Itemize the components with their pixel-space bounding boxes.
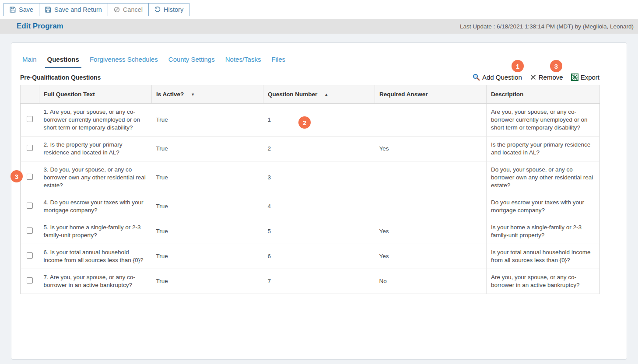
row-checkbox[interactable] [27, 203, 33, 209]
remove-button[interactable]: Remove [530, 74, 563, 81]
save-floppy-icon [45, 7, 51, 13]
table-row: 2. Is the property your primary residenc… [21, 136, 600, 161]
section-bar: Pre-Qualification Questions Add Question… [20, 74, 599, 81]
tab-forgiveness-schedules[interactable]: Forgiveness Schedules [88, 52, 160, 68]
full-question-text-cell: 3. Do you, your spouse, or any co-borrow… [39, 161, 152, 194]
annotation-badge: 1 [512, 60, 524, 72]
question-number-cell: 1 [263, 104, 375, 136]
col-required-answer[interactable]: Required Answer [375, 85, 487, 104]
save-and-return-button[interactable]: Save and Return [39, 3, 108, 16]
row-select-cell [21, 161, 39, 194]
select-column-header [21, 85, 39, 104]
full-question-text-cell: 5. Is your home a single-family or 2-3 f… [39, 219, 152, 244]
question-number-cell: 6 [263, 244, 375, 269]
row-checkbox[interactable] [27, 277, 33, 284]
question-number-cell: 7 [263, 269, 375, 294]
description-cell: Is your home a single-family or 2-3 fami… [487, 219, 600, 244]
history-button[interactable]: History [148, 3, 189, 16]
annotation-badge: 3 [11, 170, 23, 182]
full-question-text-cell: 7. Are you, your spouse, or any co-borro… [39, 269, 152, 294]
row-checkbox[interactable] [27, 145, 33, 151]
full-question-text-cell: 6. Is your total annual household income… [39, 244, 152, 269]
add-question-label: Add Question [482, 74, 522, 81]
col-description[interactable]: Description [487, 85, 600, 104]
last-update-text: Last Update : 6/18/2021 1:38:14 PM (MDT)… [460, 23, 634, 30]
description-cell: Do you escrow your taxes with your mortg… [487, 194, 600, 219]
is-active-cell: True [152, 244, 263, 269]
section-title: Pre-Qualification Questions [20, 74, 101, 81]
row-select-cell [21, 136, 39, 161]
history-icon [154, 7, 161, 13]
required-answer-cell: No [375, 269, 487, 294]
description-cell: Are you, your spouse, or any co-borrower… [487, 104, 600, 136]
toolbar: Save Save and Return Cancel History [0, 0, 638, 19]
question-number-cell: 4 [263, 194, 375, 219]
table-body: 1. Are you, your spouse, or any co-borro… [21, 104, 600, 294]
required-answer-cell: Yes [375, 244, 487, 269]
is-active-cell: True [152, 136, 263, 161]
description-cell: Is the property your primary residence a… [487, 136, 600, 161]
cancel-label: Cancel [123, 6, 143, 13]
row-checkbox[interactable] [27, 116, 33, 122]
row-checkbox[interactable] [27, 252, 33, 259]
description-cell: Is your total annual household income fr… [487, 244, 600, 269]
required-answer-cell [375, 161, 487, 194]
tab-questions[interactable]: Questions [45, 52, 81, 68]
is-active-cell: True [152, 219, 263, 244]
row-select-cell [21, 219, 39, 244]
tab-notes-tasks[interactable]: Notes/Tasks [223, 52, 263, 68]
required-answer-cell [375, 194, 487, 219]
row-select-cell [21, 269, 39, 294]
table-row: 7. Are you, your spouse, or any co-borro… [21, 269, 600, 294]
filter-desc-icon[interactable]: ▼ [191, 92, 195, 97]
tab-county-settings[interactable]: County Settings [166, 52, 217, 68]
row-select-cell [21, 244, 39, 269]
add-question-button[interactable]: Add Question [473, 74, 522, 81]
required-answer-cell [375, 104, 487, 136]
table-row: 4. Do you escrow your taxes with your mo… [21, 194, 600, 219]
annotation-badge: 3 [550, 60, 562, 72]
full-question-text-cell: 1. Are you, your spouse, or any co-borro… [39, 104, 152, 136]
save-label: Save [19, 6, 33, 13]
table-row: 5. Is your home a single-family or 2-3 f… [21, 219, 600, 244]
col-question-number[interactable]: Question Number▲ [263, 85, 375, 104]
row-checkbox[interactable] [27, 174, 33, 180]
grid-actions: Add Question Remove [473, 74, 599, 81]
page-title: Edit Program [17, 22, 63, 31]
remove-label: Remove [539, 74, 563, 81]
is-active-cell: True [152, 269, 263, 294]
tab-files[interactable]: Files [269, 52, 287, 68]
sort-asc-icon[interactable]: ▲ [324, 92, 328, 97]
description-cell: Do you, your spouse, or any co-borrower … [487, 161, 600, 194]
save-floppy-icon [10, 7, 16, 13]
row-select-cell [21, 194, 39, 219]
col-full-question-text[interactable]: Full Question Text [39, 85, 152, 104]
annotation-badge: 2 [298, 116, 311, 129]
tab-main[interactable]: Main [20, 52, 39, 68]
questions-table: Full Question Text Is Active?▼ Question … [20, 85, 600, 294]
question-number-cell: 2 [263, 136, 375, 161]
page-header: Edit Program Last Update : 6/18/2021 1:3… [0, 19, 638, 34]
export-label: Export [581, 74, 599, 81]
remove-x-icon [530, 74, 536, 80]
save-button[interactable]: Save [4, 3, 39, 16]
required-answer-cell: Yes [375, 219, 487, 244]
row-checkbox[interactable] [27, 228, 33, 234]
save-and-return-label: Save and Return [54, 6, 102, 13]
row-select-cell [21, 104, 39, 136]
table-row: 3. Do you, your spouse, or any co-borrow… [21, 161, 600, 194]
cancel-button[interactable]: Cancel [108, 3, 149, 16]
history-label: History [164, 6, 183, 13]
export-button[interactable]: Export [571, 74, 599, 81]
edit-program-panel: MainQuestionsForgiveness SchedulesCounty… [11, 42, 627, 360]
tabs: MainQuestionsForgiveness SchedulesCounty… [20, 52, 618, 68]
question-number-cell: 5 [263, 219, 375, 244]
is-active-cell: True [152, 161, 263, 194]
content-area: MainQuestionsForgiveness SchedulesCounty… [0, 34, 638, 364]
question-number-cell: 3 [263, 161, 375, 194]
toolbar-button-group: Save Save and Return Cancel History [4, 3, 189, 16]
is-active-cell: True [152, 194, 263, 219]
col-is-active[interactable]: Is Active?▼ [152, 85, 263, 104]
cancel-slash-circle-icon [114, 7, 120, 13]
description-cell: Are you, your spouse, or any co-borrower… [487, 269, 600, 294]
